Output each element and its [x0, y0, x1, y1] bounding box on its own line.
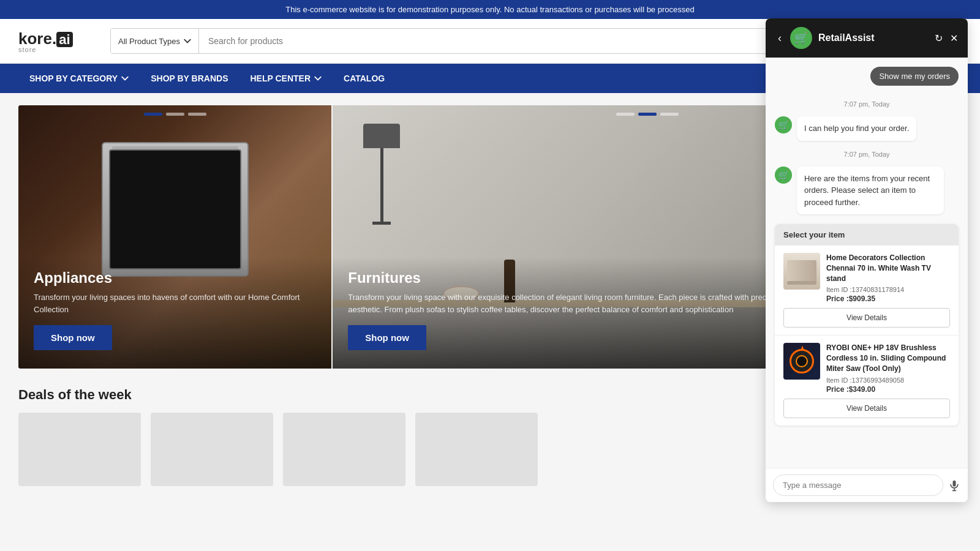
product-item-2[interactable]: RYOBI ONE+ HP 18V Brushless Cordless 10 …	[775, 335, 959, 425]
logo[interactable]: kore.ai store	[18, 29, 98, 53]
chat-body: Show me my orders 7:07 pm, Today 🛒 I can…	[766, 58, 968, 468]
nav-item-shop-by-brands[interactable]: SHOP BY BRANDS	[140, 64, 239, 93]
chat-suggestion-chip[interactable]: Show me my orders	[870, 67, 959, 86]
indicator-3	[188, 113, 206, 116]
product-info-2: RYOBI ONE+ HP 18V Brushless Cordless 10 …	[826, 343, 950, 393]
chat-bubble-2: Here are the items from your recent orde…	[797, 167, 944, 215]
indicator-1	[616, 113, 635, 116]
shop-now-button-furnitures[interactable]: Shop now	[348, 325, 426, 350]
tv-stand-shape	[787, 260, 816, 282]
view-details-button-1[interactable]: View Details	[783, 308, 950, 328]
saw-center	[796, 355, 808, 367]
saw-tooth	[801, 345, 804, 350]
deal-item-3[interactable]	[283, 413, 405, 486]
chat-close-button[interactable]: ✕	[950, 32, 958, 44]
slide-indicators	[144, 113, 206, 116]
stand-base	[790, 282, 813, 285]
product-id-2: Item ID :13736993489058	[826, 377, 950, 384]
chat-timestamp-1: 7:07 pm, Today	[775, 100, 959, 108]
tv-stand-image	[783, 253, 820, 290]
saw-image	[783, 343, 820, 380]
top-banner: This e-commerce website is for demonstra…	[0, 0, 980, 19]
lamp-base	[372, 222, 391, 225]
chat-header: ‹ 🛒 RetailAssist ↻ ✕	[766, 18, 968, 58]
chat-timestamp-2: 7:07 pm, Today	[775, 151, 959, 158]
product-type-dropdown[interactable]: All Product Types	[111, 29, 199, 53]
chat-avatar: 🛒	[790, 27, 812, 49]
dropdown-label: All Product Types	[118, 37, 180, 46]
saw-shape	[790, 349, 814, 373]
chevron-down-icon	[184, 37, 191, 45]
chat-bubble-1: I can help you find your order.	[797, 116, 916, 141]
product-thumb-1	[783, 253, 820, 290]
nav-item-help-center[interactable]: HELP CENTER	[239, 64, 333, 93]
mic-button[interactable]	[948, 479, 960, 492]
indicator-1	[144, 113, 162, 116]
chevron-down-icon	[314, 76, 322, 81]
product-row-2: RYOBI ONE+ HP 18V Brushless Cordless 10 …	[783, 343, 950, 393]
slide-title: Appliances	[34, 269, 316, 287]
chat-widget: ‹ 🛒 RetailAssist ↻ ✕ Show me my orders 7…	[766, 18, 968, 498]
product-info-1: Home Decorators Collection Chennai 70 in…	[826, 253, 950, 303]
logo-highlight: ai	[56, 32, 72, 47]
chat-refresh-button[interactable]: ↻	[935, 32, 943, 44]
chat-message-1: 🛒 I can help you find your order.	[775, 116, 959, 141]
deal-item-1[interactable]	[18, 413, 141, 486]
saw-blade	[790, 349, 814, 373]
banner-text: This e-commerce website is for demonstra…	[285, 5, 694, 14]
select-item-header: Select your item	[775, 224, 959, 246]
chat-title: RetailAssist	[818, 32, 929, 43]
product-name-1: Home Decorators Collection Chennai 70 in…	[826, 253, 950, 283]
chat-message-2: 🛒 Here are the items from your recent or…	[775, 167, 959, 215]
product-price-1: Price :$909.35	[826, 294, 950, 303]
product-row-1: Home Decorators Collection Chennai 70 in…	[783, 253, 950, 303]
deal-item-2[interactable]	[151, 413, 273, 486]
bot-avatar-1: 🛒	[775, 116, 792, 133]
product-item-1[interactable]: Home Decorators Collection Chennai 70 in…	[775, 246, 959, 335]
lamp	[363, 124, 400, 225]
product-price-2: Price :$349.00	[826, 385, 950, 394]
oven-body	[102, 142, 249, 277]
product-thumb-2	[783, 343, 820, 380]
bot-avatar-2: 🛒	[775, 167, 792, 184]
slide-indicators-2	[616, 113, 679, 116]
indicator-3	[660, 113, 679, 116]
view-details-button-2[interactable]: View Details	[783, 399, 950, 418]
slide-description: Transform your living spaces into havens…	[34, 291, 316, 315]
chat-header-actions: ↻ ✕	[935, 32, 958, 44]
nav-item-shop-by-category[interactable]: SHOP BY CATEGORY	[18, 64, 140, 93]
lamp-pole	[380, 148, 383, 222]
deal-item-4[interactable]	[415, 413, 538, 486]
svg-rect-1	[953, 480, 956, 486]
suggestion-area: Show me my orders	[775, 67, 959, 91]
mic-icon	[948, 479, 960, 492]
product-name-2: RYOBI ONE+ HP 18V Brushless Cordless 10 …	[826, 343, 950, 373]
chat-back-button[interactable]: ‹	[775, 32, 784, 45]
chevron-down-icon	[121, 76, 129, 81]
product-id-1: Item ID :13740831178914	[826, 286, 950, 293]
slide-content-appliances: Appliances Transform your living spaces …	[18, 257, 331, 369]
indicator-2	[638, 113, 657, 116]
oven-door	[109, 149, 241, 269]
shop-now-button-appliances[interactable]: Shop now	[34, 325, 112, 350]
nav-item-catalog[interactable]: CATALOG	[333, 64, 396, 93]
chat-footer	[766, 468, 968, 498]
indicator-2	[166, 113, 184, 116]
select-item-card: Select your item Home Decorators Collect…	[775, 224, 959, 425]
carousel-slide-appliances: Appliances Transform your living spaces …	[18, 105, 331, 369]
chat-input[interactable]	[773, 474, 943, 496]
lamp-shade	[363, 124, 400, 148]
